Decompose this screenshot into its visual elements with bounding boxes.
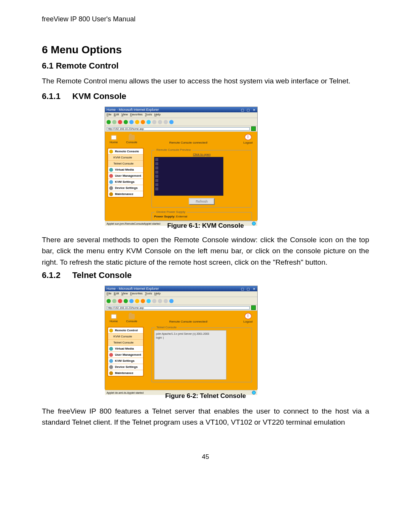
window-titlebar: Home - Microsoft Internet Explorer ▢ ▢ ✕ [105,286,257,291]
go-button[interactable] [251,305,256,310]
address-bar[interactable]: http://192.168.10.23/home.asp [105,126,257,132]
nav-logout[interactable]: Logout [244,313,253,323]
search-icon[interactable] [135,299,139,303]
history-icon[interactable] [147,299,151,303]
sidebar-item[interactable]: Virtual Media [108,166,143,173]
forward-icon[interactable] [112,299,116,303]
menu-file[interactable]: File [107,113,112,116]
sidebar-icon [109,359,113,363]
address-input[interactable]: http://192.168.10.23/home.asp [107,127,250,131]
favorites-icon[interactable] [141,120,145,124]
favorites-icon[interactable] [141,299,145,303]
menu-tools[interactable]: Tools [145,292,152,295]
sidebar-icon [109,150,113,153]
nav-console[interactable]: Console [126,135,137,144]
window-controls[interactable]: ▢ ▢ ✕ [241,286,256,292]
sidebar-icon [109,174,113,178]
console-icon [129,135,135,140]
back-icon[interactable] [107,120,111,124]
address-input[interactable]: http://192.168.10.23/home.asp [107,306,250,310]
sidebar-item[interactable]: KVM Settings [108,358,143,364]
nav-logout[interactable]: Logout [244,134,253,144]
refresh-icon[interactable] [124,299,128,303]
home-icon[interactable] [129,120,134,124]
msn-icon[interactable] [169,120,174,124]
browser-menubar[interactable]: FileEditViewFavoritesToolsHelp [105,112,257,118]
para-6-1-2: The freeView IP 800 features a Telnet se… [42,406,369,428]
console-preview-image[interactable] [154,157,223,196]
sidebar-item[interactable]: Telnet Console [108,339,143,345]
sidebar-item-label: Maintenance [115,192,133,196]
sidebar-item-label: KVM Settings [115,359,135,363]
msn-icon[interactable] [169,299,174,303]
menu-help[interactable]: Help [155,292,161,295]
mail-icon[interactable] [152,120,156,124]
connection-status: Remote Console connected! [169,320,208,323]
device-power-supply: Device Power Supply Power Supply: Extern… [151,212,252,221]
stop-icon[interactable] [118,120,122,124]
sidebar-item[interactable]: Telnet Console [108,160,143,166]
history-icon[interactable] [147,120,151,124]
browser-toolbar[interactable] [105,118,257,126]
nav-home[interactable]: Home [110,135,118,144]
window-controls[interactable]: ▢ ▢ ✕ [241,107,256,113]
heading-6-1-1: 6.1.1KVM Console [42,91,126,101]
sidebar-item[interactable]: User Management [108,351,143,358]
menu-favorites[interactable]: Favorites [130,113,143,116]
search-icon[interactable] [135,120,139,124]
menu-favorites[interactable]: Favorites [130,292,143,295]
browser-toolbar[interactable] [105,297,257,305]
figure-6-2: Home - Microsoft Internet Explorer ▢ ▢ ✕… [105,286,258,389]
address-bar[interactable]: http://192.168.10.23/home.asp [105,305,257,311]
sidebar-icon [109,353,113,357]
refresh-button[interactable]: Refresh [189,198,215,205]
telnet-terminal[interactable]: pdm Apache/1.3.x pmd Server (c) 2001-200… [154,330,226,380]
menu-view[interactable]: View [121,292,128,295]
forward-icon[interactable] [112,120,116,124]
sidebar-item[interactable]: Virtual Media [108,345,143,351]
sidebar-item-label: KVM Console [113,335,132,338]
nav-home[interactable]: Home [110,314,118,323]
print-icon[interactable] [158,120,162,124]
home-icon [111,135,117,140]
mail-icon[interactable] [152,299,156,303]
print-icon[interactable] [158,299,162,303]
sidebar-item[interactable]: Remote Console [108,149,143,154]
nav-console[interactable]: Console [126,314,137,323]
sidebar-item[interactable]: Maintenance [108,370,143,376]
menu-file[interactable]: File [107,292,112,295]
sidebar-item[interactable]: User Management [108,173,143,179]
sidebar-item[interactable]: KVM Settings [108,179,143,185]
menu-edit[interactable]: Edit [114,292,119,295]
figure-6-1-caption: Figure 6-1: KVM Console [0,222,411,230]
heading-6-1: 6.1 Remote Control [42,61,119,71]
sidebar-item-label: Device Settings [115,365,138,369]
sidebar-item-label: User Management [115,353,141,356]
sidebar-item[interactable]: Device Settings [108,364,143,370]
menu-edit[interactable]: Edit [114,113,119,116]
sidebar-item[interactable]: Maintenance [108,191,143,197]
home-icon[interactable] [129,299,134,303]
sidebar-icon [109,192,113,196]
back-icon[interactable] [107,299,111,303]
sidebar-item[interactable]: Device Settings [108,185,143,191]
sidebar-icon [109,180,113,184]
console-icon [129,314,135,319]
sidebar-item-label: KVM Console [113,156,132,159]
stop-icon[interactable] [118,299,122,303]
click-to-open-link[interactable]: Click to open [154,153,249,156]
sidebar-item[interactable]: KVM Console [108,154,143,160]
sidebar-item[interactable]: KVM Console [108,333,143,339]
edit-icon[interactable] [164,120,168,124]
refresh-icon[interactable] [124,120,128,124]
sidebar-item[interactable]: Remote Control [108,328,143,333]
edit-icon[interactable] [164,299,168,303]
menu-help[interactable]: Help [155,113,161,116]
go-button[interactable] [251,126,256,131]
menu-tools[interactable]: Tools [145,113,152,116]
heading-6-1-2: 6.1.2Telnet Console [42,270,132,280]
sidebar-item-label: Remote Control [115,329,138,332]
home-icon [111,314,117,319]
menu-view[interactable]: View [121,113,128,116]
browser-menubar[interactable]: FileEditViewFavoritesToolsHelp [105,291,257,297]
